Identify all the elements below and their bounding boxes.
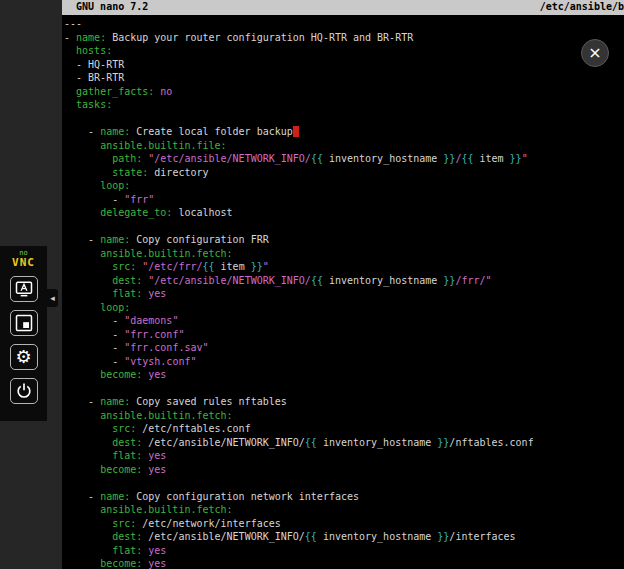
editor-line: flat: yes (64, 287, 624, 301)
editor-line: ansible.builtin.fetch: (64, 409, 624, 423)
editor-line: src: "/etc/frr/{{ item }}" (64, 260, 624, 274)
editor-line: - name: Create local folder backup (64, 125, 624, 139)
editor-line: gather_facts: no (64, 85, 624, 99)
editor-line: ansible.builtin.fetch: (64, 503, 624, 517)
editor-line: become: yes (64, 557, 624, 569)
screen: no VNC ⚙ (0, 0, 624, 569)
editor-line: src: /etc/network/interfaces (64, 517, 624, 531)
novnc-logo: no VNC (12, 250, 35, 268)
fullscreen-button[interactable] (10, 310, 38, 336)
power-icon (14, 381, 34, 401)
power-button[interactable] (10, 378, 38, 404)
editor-line: path: "/etc/ansible/NETWORK_INFO/{{ inve… (64, 152, 624, 166)
novnc-control-bar: no VNC ⚙ (0, 246, 47, 421)
editor-line: loop: (64, 179, 624, 193)
nano-version: GNU nano 7.2 (64, 1, 148, 15)
editor-line: dest: /etc/ansible/NETWORK_INFO/{{ inven… (64, 436, 624, 450)
nano-filepath: /etc/ansible/b (540, 1, 624, 15)
editor-line: delegate_to: localhost (64, 206, 624, 220)
editor-line (64, 476, 624, 490)
editor-line: - "frr.conf.sav" (64, 341, 624, 355)
settings-button[interactable]: ⚙ (10, 344, 38, 370)
editor-line: loop: (64, 301, 624, 315)
editor-line: - BR-RTR (64, 71, 624, 85)
editor-line (64, 112, 624, 126)
editor-line: - name: Backup your router configuration… (64, 31, 624, 45)
editor-line: flat: yes (64, 544, 624, 558)
editor-line: tasks: (64, 98, 624, 112)
editor-line (64, 382, 624, 396)
screen-keys-button[interactable] (10, 276, 38, 302)
editor-content: ---- name: Backup your router configurat… (62, 15, 624, 569)
editor-line: become: yes (64, 368, 624, 382)
editor-line: dest: /etc/ansible/NETWORK_INFO/{{ inven… (64, 530, 624, 544)
editor-line: ansible.builtin.fetch: (64, 247, 624, 261)
editor-line: hosts: (64, 44, 624, 58)
editor-line: src: /etc/nftables.conf (64, 422, 624, 436)
editor-line: - "daemons" (64, 314, 624, 328)
nano-titlebar: GNU nano 7.2 /etc/ansible/b (62, 0, 624, 15)
editor-line: - name: Copy configuration FRR (64, 233, 624, 247)
editor-line: state: directory (64, 166, 624, 180)
editor-line: - "frr" (64, 193, 624, 207)
editor-line: flat: yes (64, 449, 624, 463)
fullscreen-icon (14, 313, 34, 333)
novnc-logo-text: VNC (12, 257, 35, 268)
editor-line (64, 220, 624, 234)
editor-line: - "vtysh.conf" (64, 355, 624, 369)
editor-line: - name: Copy saved rules nftables (64, 395, 624, 409)
monitor-a-icon (14, 279, 34, 299)
close-icon: × (588, 45, 601, 61)
nano-terminal[interactable]: GNU nano 7.2 /etc/ansible/b ---- name: B… (62, 0, 624, 569)
editor-line: become: yes (64, 463, 624, 477)
editor-line: ansible.builtin.file: (64, 139, 624, 153)
editor-line: dest: "/etc/ansible/NETWORK_INFO/{{ inve… (64, 274, 624, 288)
chevron-left-icon: ◂ (50, 293, 55, 303)
control-bar-handle[interactable]: ◂ (47, 289, 58, 307)
editor-line: - "frr.conf" (64, 328, 624, 342)
editor-line: - name: Copy configuration network inter… (64, 490, 624, 504)
editor-line: --- (64, 17, 624, 31)
gear-icon: ⚙ (15, 348, 31, 366)
editor-line: - HQ-RTR (64, 58, 624, 72)
close-button[interactable]: × (581, 39, 609, 67)
